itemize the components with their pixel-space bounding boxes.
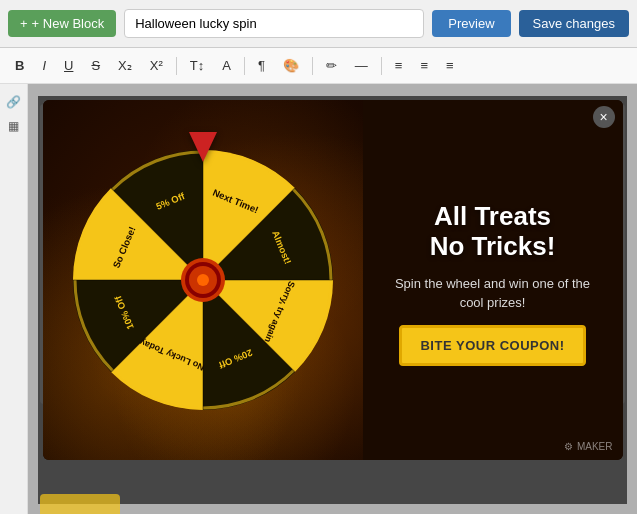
draw-button[interactable]: ✏ [319,55,344,76]
left-sidebar: 🔗 ▦ [0,84,28,514]
spin-wheel-svg: Next Time! Almost! Sorry, try again 20% … [73,150,333,410]
content-area: × [28,84,637,514]
paragraph-button[interactable]: ¶ [251,55,272,76]
bold-button[interactable]: B [8,55,31,76]
svg-point-20 [197,274,209,286]
popup-subtitle: Spin the wheel and win one of the cool p… [383,274,603,313]
separator-4 [381,57,382,75]
line-button[interactable]: — [348,55,375,76]
list2-button[interactable]: ≡ [439,55,461,76]
spin-wheel-wrapper[interactable]: Next Time! Almost! Sorry, try again 20% … [73,150,333,410]
maker-icon: ⚙ [564,441,573,452]
link-icon[interactable]: 🔗 [4,92,24,112]
list-button[interactable]: ≡ [413,55,435,76]
subscript-button[interactable]: X₂ [111,55,139,76]
coupon-label: BITE YOUR COUPON! [420,338,564,353]
maker-watermark: ⚙ MAKER [564,441,613,452]
font-color-button[interactable]: A [215,55,238,76]
underline-button[interactable]: U [57,55,80,76]
strikethrough-button[interactable]: S [84,55,107,76]
bottom-hint-bar [40,494,120,514]
save-label: Save changes [533,16,615,31]
popup-title-line2: No Tricks! [430,232,556,262]
popup-title: All Treats No Tricks! [430,202,556,262]
save-button[interactable]: Save changes [519,10,629,37]
main-area: 🔗 ▦ × [0,84,637,514]
separator-2 [244,57,245,75]
font-size-button[interactable]: T↕ [183,55,211,76]
maker-label: MAKER [577,441,613,452]
superscript-button[interactable]: X² [143,55,170,76]
separator-3 [312,57,313,75]
color-picker-button[interactable]: 🎨 [276,55,306,76]
preview-label: Preview [448,16,494,31]
right-side: All Treats No Tricks! Spin the wheel and… [363,100,623,460]
italic-button[interactable]: I [35,55,53,76]
close-button[interactable]: × [593,106,615,128]
align-button[interactable]: ≡ [388,55,410,76]
editor-toolbar: B I U S X₂ X² T↕ A ¶ 🎨 ✏ — ≡ ≡ ≡ [0,48,637,84]
layout-icon[interactable]: ▦ [4,116,24,136]
wheel-pointer [189,132,217,162]
popup-overlay: × [38,96,627,504]
separator-1 [176,57,177,75]
new-block-button[interactable]: + + New Block [8,10,116,37]
coupon-button[interactable]: BITE YOUR COUPON! [399,325,585,366]
plus-icon: + [20,16,28,31]
block-name-input[interactable] [124,9,424,38]
popup-modal: × [43,100,623,460]
popup-title-line1: All Treats [430,202,556,232]
close-icon: × [599,109,607,125]
preview-button[interactable]: Preview [432,10,510,37]
new-block-label: + New Block [32,16,105,31]
top-bar: + + New Block Preview Save changes [0,0,637,48]
wheel-side: Next Time! Almost! Sorry, try again 20% … [43,100,363,460]
